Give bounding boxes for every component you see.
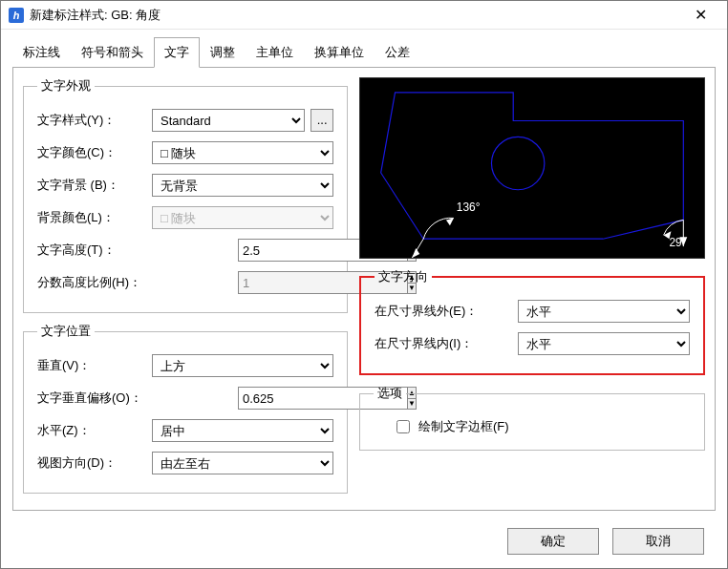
app-icon: h	[9, 8, 24, 23]
close-icon[interactable]: ✕	[681, 6, 719, 24]
preview-angle1: 136°	[457, 200, 481, 214]
select-text-color[interactable]: □ 随块	[152, 141, 333, 164]
tab-text[interactable]: 文字	[154, 37, 200, 68]
legend-options: 选项	[374, 385, 406, 402]
select-view-dir[interactable]: 由左至右	[152, 452, 333, 474]
label-text-color: 文字颜色(C)：	[37, 144, 152, 161]
preview-pane: 136° 29°	[359, 77, 705, 259]
legend-text-appearance: 文字外观	[37, 77, 95, 95]
group-text-direction: 文字方向 在尺寸界线外(E)： 水平 在尺寸界线内(I)： 水平	[359, 268, 705, 375]
label-frac-scale: 分数高度比例(H)：	[37, 274, 181, 291]
tab-primary-units[interactable]: 主单位	[246, 37, 304, 68]
button-text-style-browse[interactable]: ...	[310, 109, 333, 132]
cancel-button[interactable]: 取消	[612, 528, 704, 555]
left-column: 文字外观 文字样式(Y)： Standard ... 文字颜色(C)： □ 随	[23, 77, 348, 500]
spinner-frac-scale: ▲ ▼	[238, 271, 333, 294]
checkbox-row-draw-frame[interactable]: 绘制文字边框(F)	[374, 411, 691, 436]
group-options: 选项 绘制文字边框(F)	[359, 385, 705, 451]
preview-angle2: 29°	[669, 236, 686, 249]
label-text-height: 文字高度(T)：	[37, 242, 152, 259]
spinner-text-height[interactable]: ▲ ▼	[238, 239, 333, 262]
window-title: 新建标注样式: GB: 角度	[30, 7, 681, 24]
tab-fit[interactable]: 调整	[200, 37, 246, 68]
ok-button[interactable]: 确定	[507, 528, 599, 555]
select-text-style[interactable]: Standard	[152, 109, 305, 132]
svg-marker-4	[446, 218, 454, 225]
label-view-dir: 视图方向(D)：	[37, 454, 152, 472]
legend-text-placement: 文字位置	[37, 323, 95, 340]
tab-dimlines[interactable]: 标注线	[12, 37, 71, 68]
label-bg-color: 背景颜色(L)：	[37, 209, 152, 226]
titlebar: h 新建标注样式: GB: 角度 ✕	[1, 1, 727, 30]
tab-strip: 标注线 符号和箭头 文字 调整 主单位 换算单位 公差	[1, 37, 727, 68]
svg-point-1	[491, 137, 544, 189]
label-vertical: 垂直(V)：	[37, 357, 152, 374]
select-inside[interactable]: 水平	[518, 332, 690, 355]
label-horizontal: 水平(Z)：	[37, 422, 152, 439]
checkbox-draw-frame[interactable]	[396, 420, 410, 433]
tab-symbols-arrows[interactable]: 符号和箭头	[71, 37, 154, 68]
tab-panel: 文字外观 文字样式(Y)： Standard ... 文字颜色(C)： □ 随	[12, 67, 716, 511]
label-draw-frame: 绘制文字边框(F)	[418, 418, 509, 435]
select-outside[interactable]: 水平	[518, 300, 690, 323]
label-text-style: 文字样式(Y)：	[37, 112, 152, 129]
select-bg-color: □ 随块	[152, 206, 333, 229]
dialog-buttons: 确定 取消	[1, 518, 727, 568]
tab-alt-units[interactable]: 换算单位	[304, 37, 375, 68]
legend-text-direction: 文字方向	[375, 268, 432, 285]
right-column: 136° 29° 文字方向 在尺寸界线外(E)： 水平	[359, 77, 705, 500]
svg-marker-0	[381, 93, 684, 239]
tab-tolerances[interactable]: 公差	[375, 37, 420, 68]
select-text-bg[interactable]: 无背景	[152, 174, 333, 197]
label-inside: 在尺寸界线内(I)：	[375, 335, 518, 352]
label-voffset: 文字垂直偏移(O)：	[37, 390, 171, 407]
label-outside: 在尺寸界线外(E)：	[375, 303, 518, 320]
svg-marker-3	[412, 248, 419, 258]
label-text-bg: 文字背景 (B)：	[37, 177, 152, 194]
dialog-window: h 新建标注样式: GB: 角度 ✕ 标注线 符号和箭头 文字 调整 主单位 换…	[0, 0, 728, 569]
group-text-placement: 文字位置 垂直(V)： 上方 文字垂直偏移(O)：	[23, 323, 348, 494]
group-text-appearance: 文字外观 文字样式(Y)： Standard ... 文字颜色(C)： □ 随	[23, 77, 348, 313]
select-vertical[interactable]: 上方	[152, 354, 333, 377]
spinner-voffset[interactable]: ▲ ▼	[238, 387, 333, 410]
select-horizontal[interactable]: 居中	[152, 419, 333, 442]
